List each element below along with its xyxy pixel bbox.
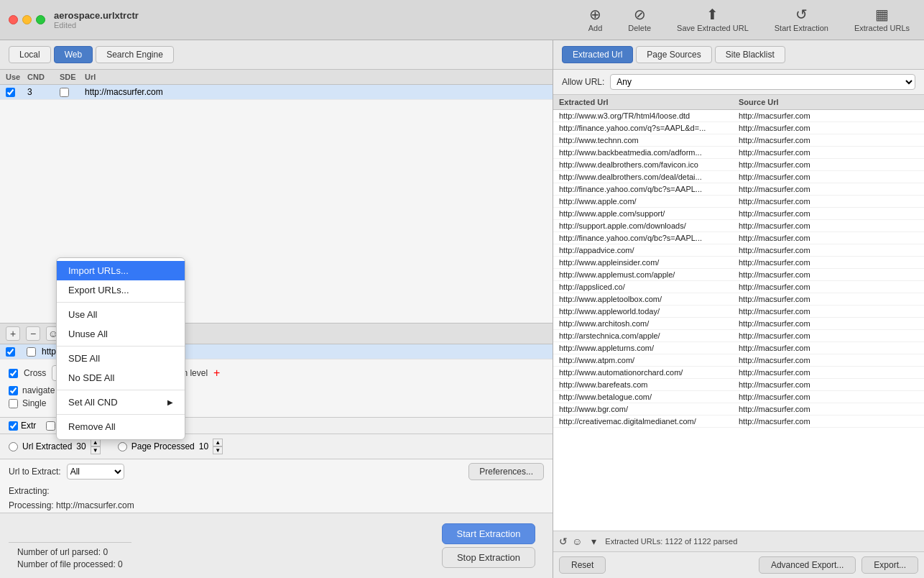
list-item[interactable]: http://www.bgr.com/http://macsurfer.com (553, 403, 924, 416)
list-item[interactable]: http://www.appletoolbox.com/http://macsu… (553, 293, 924, 306)
cnd-value: 3 (27, 87, 60, 97)
list-item[interactable]: http://finance.yahoo.com/q/bc?s=AAPL...h… (553, 232, 924, 244)
start-extraction-button[interactable]: Start Extraction (442, 523, 535, 544)
menu-item-set-all-cnd[interactable]: Set All CND ▶ (57, 393, 185, 412)
second-sde-checkbox[interactable] (27, 347, 36, 357)
list-item[interactable]: http://www.backbeatmedia.com/adform...ht… (553, 147, 924, 159)
minimize-button[interactable] (22, 15, 32, 24)
remove-row-button[interactable]: − (26, 326, 40, 341)
add-button[interactable]: ⊕ Add (583, 4, 609, 35)
url-list-body[interactable]: http://www.w3.org/TR/html4/loose.dtdhttp… (553, 110, 924, 531)
list-item[interactable]: http://arstechnica.com/apple/http://macs… (553, 330, 924, 342)
tab-site-blacklist[interactable]: Site Blacklist (715, 46, 785, 63)
bottom-menu-btn[interactable]: ▾ (586, 534, 601, 549)
sde-checkbox[interactable] (60, 88, 69, 97)
app-title: aerospace.urlxtrctr (54, 10, 139, 21)
fullscreen-button[interactable] (36, 15, 45, 24)
list-item[interactable]: http://www.dealbrothers.com/deal/detai..… (553, 171, 924, 183)
extracted-url-cell: http://www.applemust.com/apple/ (559, 270, 739, 279)
menu-item-unuse-all[interactable]: Unuse All (57, 324, 185, 344)
list-item[interactable]: http://www.automationorchard.com/http://… (553, 367, 924, 379)
url-extracted-value: 30 (76, 441, 86, 451)
list-item[interactable]: http://appadvice.com/http://macsurfer.co… (553, 244, 924, 257)
add-icon: ⊕ (589, 7, 601, 22)
processing-value: http://macsurfer.com (56, 500, 134, 510)
tab-page-sources[interactable]: Page Sources (636, 46, 711, 63)
page-stepper-up[interactable]: ▲ (213, 439, 223, 446)
list-item[interactable]: http://support.apple.com/downloads/http:… (553, 220, 924, 232)
preferences-button[interactable]: Preferences... (468, 463, 544, 480)
use-checkbox[interactable] (6, 88, 15, 97)
menu-item-import-urls[interactable]: Import URLs... (57, 261, 185, 280)
list-item[interactable]: http://www.barefeats.comhttp://macsurfer… (553, 379, 924, 391)
list-item[interactable]: http://appsliced.co/http://macsurfer.com (553, 281, 924, 293)
stop-extraction-button[interactable]: Stop Extraction (442, 547, 535, 568)
export-button[interactable]: Export... (861, 556, 918, 574)
list-item[interactable]: http://creativemac.digitalmedianet.com/h… (553, 416, 924, 428)
col-sde: SDE (60, 73, 85, 81)
menu-item-remove-all[interactable]: Remove All (57, 417, 185, 436)
source-url-cell: http://macsurfer.com (739, 417, 918, 426)
start-extraction-toolbar-label: Start Extraction (775, 24, 828, 32)
source-url-cell: http://macsurfer.com (739, 319, 918, 328)
list-item[interactable]: http://www.atpm.com/http://macsurfer.com (553, 354, 924, 367)
url-stepper-down[interactable]: ▼ (91, 446, 101, 454)
tab-local[interactable]: Local (9, 46, 51, 63)
navigate-checkbox[interactable] (9, 386, 18, 395)
extracted-urls-button[interactable]: ▦ Extracted URLs (849, 4, 915, 35)
reset-button[interactable]: Reset (559, 556, 606, 574)
url-extracted-radio[interactable] (9, 442, 18, 451)
extracted-url-cell: http://www.bgr.com/ (559, 405, 739, 413)
source-url-cell: http://macsurfer.com (739, 246, 918, 254)
single-label: Single (22, 398, 46, 408)
save-extracted-url-button[interactable]: ⬆ Save Extracted URL (671, 4, 754, 35)
close-button[interactable] (9, 15, 18, 24)
menu-item-sde-all[interactable]: SDE All (57, 349, 185, 368)
table-row[interactable]: 3 http://macsurfer.com (0, 85, 553, 100)
menu-item-no-sde-all[interactable]: No SDE All (57, 368, 185, 387)
file-processed-stat: Number of file processed: 0 (17, 559, 123, 569)
extr-checkbox[interactable] (9, 421, 18, 431)
right-panel: Extracted Url Page Sources Site Blacklis… (553, 40, 924, 578)
extracted-url-cell: http://www.dealbrothers.com/favicon.ico (559, 160, 739, 169)
add-row-button[interactable]: + (6, 326, 20, 341)
advanced-export-button[interactable]: Advanced Export... (759, 556, 856, 574)
action-buttons: Start Extraction Stop Extraction (433, 518, 544, 574)
list-item[interactable]: http://www.appleinsider.com/http://macsu… (553, 257, 924, 269)
delete-button[interactable]: ⊘ Delete (622, 4, 657, 35)
single-checkbox[interactable] (9, 399, 18, 408)
extracted-url-cell: http://www.w3.org/TR/html4/loose.dtd (559, 111, 739, 120)
page-processed-radio[interactable] (118, 442, 127, 451)
tab-search-engine[interactable]: Search Engine (96, 46, 174, 63)
list-item[interactable]: http://www.w3.org/TR/html4/loose.dtdhttp… (553, 110, 924, 122)
processing-label: Processing: (9, 500, 54, 510)
tab-extracted-url[interactable]: Extracted Url (562, 46, 633, 63)
menu-item-use-all[interactable]: Use All (57, 305, 185, 324)
list-item[interactable]: http://www.apple.com/support/http://macs… (553, 208, 924, 220)
page-stepper-down[interactable]: ▼ (213, 446, 223, 454)
list-item[interactable]: http://finance.yahoo.com/q/bc?s=AAPL...h… (553, 183, 924, 196)
list-item[interactable]: http://www.technn.comhttp://macsurfer.co… (553, 134, 924, 147)
list-item[interactable]: http://www.apple.com/http://macsurfer.co… (553, 196, 924, 208)
list-item[interactable]: http://www.betalogue.com/http://macsurfe… (553, 391, 924, 403)
second-use-checkbox[interactable] (6, 347, 15, 357)
cross-checkbox[interactable] (9, 369, 18, 378)
tab-web[interactable]: Web (54, 46, 93, 63)
menu-item-export-urls[interactable]: Export URLs... (57, 280, 185, 300)
list-item[interactable]: http://www.appleturns.com/http://macsurf… (553, 342, 924, 354)
list-item[interactable]: http://www.appleworld.today/http://macsu… (553, 306, 924, 318)
start-extraction-toolbar-button[interactable]: ↺ Start Extraction (769, 4, 834, 35)
url-extract-select[interactable]: All Web (67, 464, 124, 480)
list-item[interactable]: http://www.dealbrothers.com/favicon.icoh… (553, 159, 924, 171)
stop-extr-checkbox[interactable] (46, 421, 55, 431)
list-item[interactable]: http://www.applemust.com/apple/http://ma… (553, 269, 924, 281)
allow-url-select[interactable]: Any Exact Contains (610, 74, 915, 90)
allow-url-label: Allow URL: (562, 77, 604, 87)
extracted-url-cell: http://appadvice.com/ (559, 246, 739, 254)
sde-checkbox-cell (60, 88, 85, 97)
extracted-url-cell: http://www.appleworld.today/ (559, 307, 739, 316)
source-url-cell: http://macsurfer.com (739, 209, 918, 218)
list-item[interactable]: http://www.architosh.com/http://macsurfe… (553, 318, 924, 330)
list-item[interactable]: http://finance.yahoo.com/q?s=AAPL&d=...h… (553, 122, 924, 134)
menu-separator-2 (57, 346, 185, 347)
